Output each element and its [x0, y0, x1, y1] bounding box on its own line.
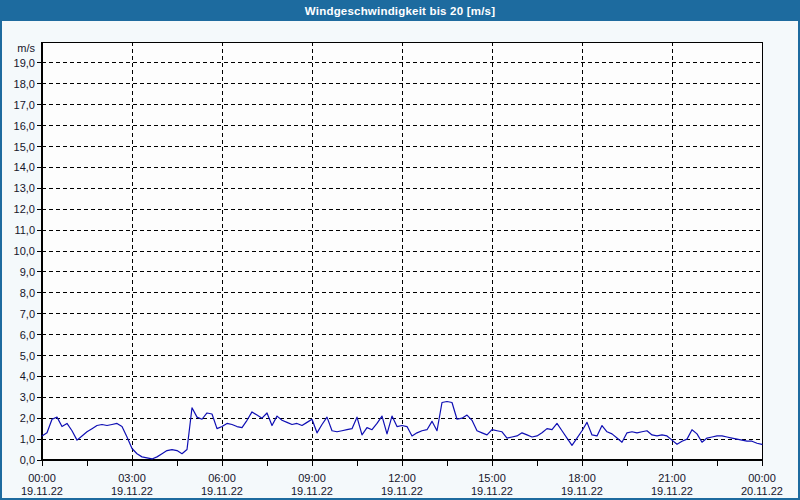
y-tick-label: 6,0 [20, 329, 35, 341]
x-tick-date-label: 19.11.22 [381, 485, 423, 497]
y-tick-label: 13,0 [14, 182, 35, 194]
x-tick-date-label: 19.11.22 [201, 485, 243, 497]
y-tick-label: 11,0 [14, 224, 35, 236]
y-tick-label: 5,0 [20, 350, 35, 362]
y-tick-label: 16,0 [14, 120, 35, 132]
x-tick-time-label: 00:00 [748, 472, 776, 484]
wind-speed-chart: 0,01,02,03,04,05,06,07,08,09,010,011,012… [2, 2, 800, 500]
y-tick-label: 7,0 [20, 308, 35, 320]
x-tick-date-label: 19.11.22 [111, 485, 153, 497]
y-tick-label: 17,0 [14, 99, 35, 111]
y-tick-label: 2,0 [20, 412, 35, 424]
x-tick-time-label: 03:00 [118, 472, 146, 484]
x-tick-date-label: 19.11.22 [21, 485, 63, 497]
x-tick-time-label: 18:00 [568, 472, 596, 484]
y-axis-unit-label: m/s [17, 42, 35, 54]
x-tick-time-label: 15:00 [478, 472, 506, 484]
x-tick-time-label: 21:00 [658, 472, 686, 484]
y-tick-label: 10,0 [14, 245, 35, 257]
x-tick-date-label: 19.11.22 [561, 485, 603, 497]
x-tick-date-label: 19.11.22 [291, 485, 333, 497]
y-tick-label: 8,0 [20, 287, 35, 299]
y-tick-label: 15,0 [14, 141, 35, 153]
y-tick-label: 14,0 [14, 161, 35, 173]
x-tick-time-label: 09:00 [298, 472, 326, 484]
x-tick-date-label: 20.11.22 [741, 485, 783, 497]
x-tick-time-label: 00:00 [28, 472, 56, 484]
y-tick-label: 3,0 [20, 391, 35, 403]
x-tick-date-label: 19.11.22 [651, 485, 693, 497]
y-tick-label: 4,0 [20, 370, 35, 382]
x-tick-time-label: 12:00 [388, 472, 416, 484]
x-tick-date-label: 19.11.22 [471, 485, 513, 497]
y-tick-label: 0,0 [20, 454, 35, 466]
y-tick-label: 18,0 [14, 78, 35, 90]
y-tick-label: 19,0 [14, 57, 35, 69]
x-tick-time-label: 06:00 [208, 472, 236, 484]
y-tick-label: 9,0 [20, 266, 35, 278]
y-tick-label: 1,0 [20, 433, 35, 445]
chart-window: Windgeschwindigkeit bis 20 [m/s] 0,01,02… [0, 0, 800, 500]
y-tick-label: 12,0 [14, 203, 35, 215]
